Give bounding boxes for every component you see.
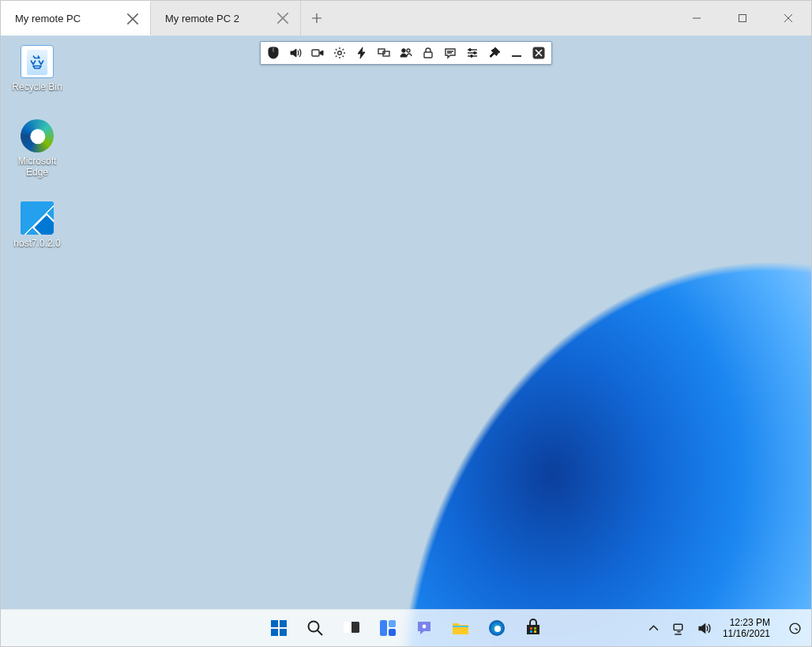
chevron-up-icon[interactable] <box>647 621 661 635</box>
store-button[interactable] <box>518 613 548 643</box>
svg-point-7 <box>407 49 410 52</box>
remote-toolbar <box>260 41 552 65</box>
svg-rect-0 <box>739 15 746 22</box>
file-explorer-button[interactable] <box>445 613 476 643</box>
search-button[interactable] <box>300 613 330 643</box>
svg-point-10 <box>474 52 476 55</box>
network-icon[interactable] <box>672 621 686 635</box>
svg-rect-28 <box>534 627 536 630</box>
desktop-icon-host-installer[interactable]: host7.0.2.0 <box>6 201 69 249</box>
app-window: My remote PC My remote PC 2 <box>0 0 812 647</box>
desktop-icon-label: Microsoft Edge <box>6 156 69 178</box>
minimize-icon[interactable] <box>506 43 528 62</box>
remote-desktop-view[interactable]: Recycle Bin Microsoft Edge host7.0.2.0 <box>1 36 811 646</box>
svg-rect-19 <box>344 622 351 633</box>
taskbar-tray: 12:23 PM 11/16/2021 <box>647 617 811 639</box>
monitors-icon[interactable] <box>373 43 395 62</box>
desktop-icon-label: host7.0.2.0 <box>6 238 69 249</box>
desktop-icon-label: Recycle Bin <box>6 81 69 92</box>
maximize-button[interactable] <box>720 1 765 36</box>
video-icon[interactable] <box>306 43 329 62</box>
svg-point-26 <box>494 626 501 632</box>
svg-rect-30 <box>534 630 536 633</box>
svg-point-3 <box>338 51 342 55</box>
pin-icon[interactable] <box>483 43 506 62</box>
tab-label: My remote PC 2 <box>165 13 239 24</box>
svg-rect-24 <box>453 626 468 627</box>
svg-rect-22 <box>389 629 396 636</box>
lock-icon[interactable] <box>417 43 439 62</box>
mouse-icon[interactable] <box>262 43 284 62</box>
gear-icon[interactable] <box>329 43 351 62</box>
tab-my-remote-pc[interactable]: My remote PC <box>1 1 151 36</box>
close-icon[interactable] <box>126 13 139 25</box>
desktop-icon-microsoft-edge[interactable]: Microsoft Edge <box>6 119 69 178</box>
widgets-button[interactable] <box>373 613 403 643</box>
close-window-button[interactable] <box>765 1 811 36</box>
lightning-icon[interactable] <box>351 43 373 62</box>
notifications-icon[interactable] <box>788 621 802 635</box>
svg-point-11 <box>471 55 473 58</box>
taskview-button[interactable] <box>336 613 367 643</box>
volume-icon[interactable] <box>697 621 712 635</box>
svg-rect-8 <box>424 52 432 58</box>
chat-button[interactable] <box>409 613 439 643</box>
tab-label: My remote PC <box>15 13 81 24</box>
taskbar-clock[interactable]: 12:23 PM 11/16/2021 <box>723 617 770 639</box>
svg-rect-16 <box>280 629 287 636</box>
recycle-bin-icon <box>21 45 54 78</box>
svg-point-32 <box>790 623 800 634</box>
svg-rect-2 <box>312 50 319 56</box>
host-installer-icon <box>21 201 54 235</box>
svg-rect-13 <box>271 620 278 627</box>
chat-icon[interactable] <box>439 43 461 62</box>
close-icon[interactable] <box>276 12 289 24</box>
minimize-button[interactable] <box>674 1 720 36</box>
clock-date: 11/16/2021 <box>723 628 770 639</box>
clock-time: 12:23 PM <box>723 617 770 628</box>
remote-taskbar: 12:23 PM 11/16/2021 <box>1 609 811 646</box>
start-button[interactable] <box>264 613 294 643</box>
svg-rect-1 <box>273 47 274 52</box>
edge-button[interactable] <box>482 613 512 643</box>
svg-point-9 <box>469 49 472 51</box>
edge-icon <box>21 119 54 152</box>
add-tab-button[interactable] <box>301 1 333 36</box>
options-icon[interactable] <box>461 43 483 62</box>
taskbar-center <box>264 613 548 643</box>
svg-rect-21 <box>389 620 396 627</box>
desktop-icon-recycle-bin[interactable]: Recycle Bin <box>6 45 69 92</box>
window-controls <box>674 1 811 36</box>
tab-bar: My remote PC My remote PC 2 <box>1 1 811 36</box>
users-icon[interactable] <box>395 43 417 62</box>
svg-rect-29 <box>530 630 532 633</box>
tab-my-remote-pc-2[interactable]: My remote PC 2 <box>151 1 301 36</box>
svg-rect-20 <box>380 620 387 636</box>
sound-icon[interactable] <box>284 43 306 62</box>
svg-point-17 <box>309 622 319 632</box>
svg-point-6 <box>402 49 406 53</box>
svg-rect-14 <box>280 620 287 627</box>
svg-rect-15 <box>271 629 278 636</box>
svg-rect-27 <box>530 627 532 630</box>
close-icon[interactable] <box>528 43 550 62</box>
svg-rect-31 <box>675 624 683 630</box>
svg-point-23 <box>423 625 427 629</box>
